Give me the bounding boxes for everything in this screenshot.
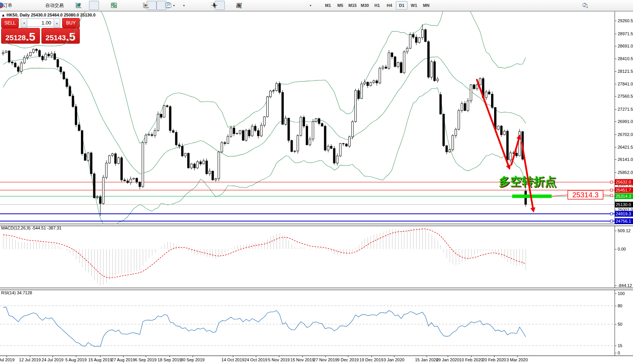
channel-button[interactable]: E xyxy=(265,1,275,10)
timeframe-toolbar: M1M5M15M30H1H4D1W1MN xyxy=(322,1,433,10)
rsi-tick xyxy=(615,324,617,325)
time-tick xyxy=(76,356,76,357)
trendline-button[interactable] xyxy=(256,1,265,10)
timeframe-d1[interactable]: D1 xyxy=(396,1,407,10)
time-tick xyxy=(471,356,471,357)
toolbar-group xyxy=(143,1,166,10)
time-tick-label: 5 Aug 2019 xyxy=(65,357,87,362)
price-tick xyxy=(615,34,617,34)
price-line-tag-25314.3: 25314.3 xyxy=(615,193,633,199)
time-tick-label: 19 Dec 2019 xyxy=(359,357,383,362)
trend-arrow-head xyxy=(531,207,536,213)
price-tick-label: 27560.5 xyxy=(618,94,633,98)
macd-tick xyxy=(615,231,617,231)
time-tick-label: 18 Sep 2019 xyxy=(158,357,181,362)
rsi-tick-label: 0 xyxy=(618,351,620,355)
zoom-out-button[interactable] xyxy=(120,1,130,10)
chart-window-icon[interactable] xyxy=(14,1,24,10)
candlestick-series[interactable] xyxy=(2,24,527,216)
timeframe-m30[interactable]: M30 xyxy=(359,1,371,10)
bollinger-middle-band[interactable] xyxy=(3,57,526,174)
price-tick xyxy=(615,96,617,97)
time-tick xyxy=(448,356,448,357)
time-tick xyxy=(170,356,170,357)
price-line-tag-25451.7: 25451.7 xyxy=(615,187,633,193)
price-tick-label: 25852.0 xyxy=(618,170,633,175)
price-tick-label: 29260.5 xyxy=(618,18,633,23)
auto-trading-button[interactable]: 自动交易 xyxy=(44,1,65,10)
toolbar-group: 新订单自动交易 xyxy=(0,1,65,10)
timeframe-mn[interactable]: MN xyxy=(420,1,432,10)
time-tick-label: Jul 2019 xyxy=(0,357,15,362)
price-tick xyxy=(615,147,617,148)
timeframe-m15[interactable]: M15 xyxy=(347,1,358,10)
rsi-tick-label: 80 xyxy=(618,303,622,308)
chevron-down-icon: ▼ xyxy=(183,4,185,7)
price-tick-label: 26421.5 xyxy=(618,145,633,149)
time-tick xyxy=(394,356,394,357)
macd-panel-canvas[interactable] xyxy=(0,225,615,288)
text-button[interactable]: A xyxy=(285,1,295,10)
price-tick xyxy=(615,71,617,72)
price-tick-label: 26702.0 xyxy=(618,132,633,137)
auto-trading-icon xyxy=(0,2,4,9)
main-chart-canvas[interactable]: 25314.3多空转折点多空转折点 xyxy=(0,11,615,224)
rsi-tick xyxy=(615,353,617,353)
time-tick-label: 24 Jul 2019 xyxy=(42,357,64,362)
time-tick-label: 30 Sep 2019 xyxy=(181,357,204,362)
timeframe-m1[interactable]: M1 xyxy=(322,1,334,10)
price-tick-label: 28691.0 xyxy=(618,44,633,48)
macd-tick xyxy=(615,249,617,249)
chevron-down-icon: ▼ xyxy=(173,4,175,7)
auto-trading-button-label: 自动交易 xyxy=(44,2,65,9)
timeframe-m5[interactable]: M5 xyxy=(335,1,346,10)
price-tick-label: 26141.0 xyxy=(618,157,633,162)
text-label-button[interactable]: T xyxy=(295,1,305,10)
chevron-down-icon: ▼ xyxy=(309,4,312,7)
time-tick xyxy=(7,356,7,357)
toolbar-group xyxy=(75,1,109,10)
line-chart-button[interactable] xyxy=(99,1,109,10)
toolbar: 新订单自动交易▼▼EFAT▼M1M5M15M30H1H4D1W1MN xyxy=(0,0,633,11)
timeframe-h4[interactable]: H4 xyxy=(384,1,395,10)
time-tick-label: 27 Aug 2019 xyxy=(111,357,135,362)
toolbar-group xyxy=(582,1,602,10)
chat-button[interactable] xyxy=(592,1,602,10)
profiles-button[interactable] xyxy=(189,1,199,10)
tile-windows-button[interactable] xyxy=(130,1,140,10)
time-tick xyxy=(193,356,193,357)
timeframe-h1[interactable]: H1 xyxy=(371,1,383,10)
signals-button[interactable] xyxy=(34,1,44,10)
price-tick-label: 26991.0 xyxy=(618,119,633,124)
rsi-tick-label: 50 xyxy=(618,322,622,326)
price-line-tag-24756.1: 24756.1 xyxy=(615,218,633,224)
horizontal-line-button[interactable] xyxy=(246,1,256,10)
time-tick xyxy=(256,356,256,357)
time-tick-label: 12 Jul 2019 xyxy=(19,357,41,362)
periods-button[interactable]: ▼ xyxy=(179,1,189,10)
price-tick xyxy=(615,46,617,46)
tile-windows-icon xyxy=(110,2,117,9)
rsi-tick xyxy=(615,306,617,306)
crosshair-button[interactable] xyxy=(225,1,235,10)
rsi-panel-canvas[interactable] xyxy=(0,290,615,356)
arrows-button[interactable]: ▼ xyxy=(305,1,315,10)
time-tick-label: 27 Nov 2019 xyxy=(313,357,337,362)
time-tick xyxy=(53,356,53,357)
price-tag-text: 25314.3 xyxy=(572,191,599,199)
time-tick-label: 14 Oct 2019 xyxy=(221,357,244,362)
candlestick-chart-button[interactable] xyxy=(89,1,99,10)
price-line-tag-25632.0: 25632.0 xyxy=(615,179,633,185)
macd-tick xyxy=(615,285,617,286)
time-tick xyxy=(325,356,326,357)
time-tick-label: 15 Jan 2020 xyxy=(415,357,438,362)
timeframe-w1[interactable]: W1 xyxy=(408,1,420,10)
toolbar-group: EFAT▼ xyxy=(236,1,315,10)
time-tick-label: 29 Jan 2020 xyxy=(436,357,460,362)
time-tick-label: 10 Feb 2020 xyxy=(459,357,483,362)
fibonacci-button[interactable]: F xyxy=(275,1,285,10)
price-tick xyxy=(615,210,617,210)
macd-tick-label: -844.12 xyxy=(618,283,632,288)
macd-histogram xyxy=(3,228,526,285)
market-watch-button[interactable] xyxy=(24,1,34,10)
